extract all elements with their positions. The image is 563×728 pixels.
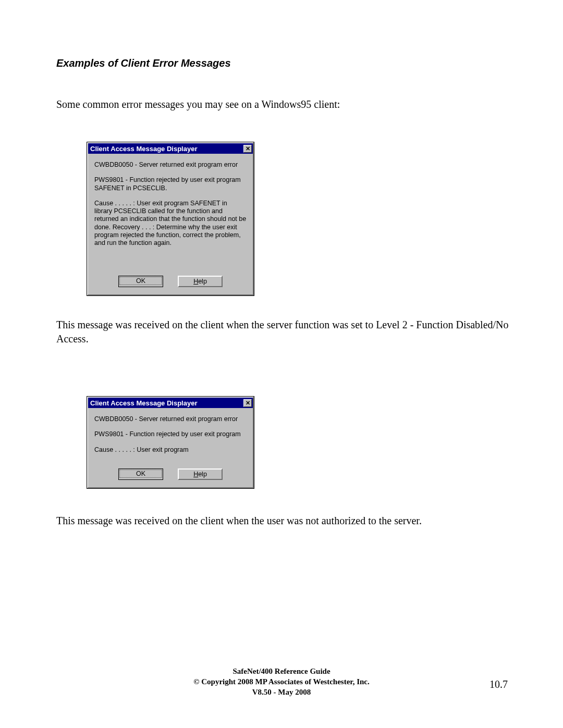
error-dialog-1: Client Access Message Displayer ✕ CWBDB0… [87,142,254,296]
dialog1-title: Client Access Message Displayer [90,145,243,153]
intro-paragraph: Some common error messages you may see o… [56,97,511,112]
dialog1-message-line1: CWBDB0050 - Server returned exit program… [94,161,247,169]
page-footer: SafeNet/400 Reference Guide Copyright 20… [0,666,563,698]
page-number: 10.7 [489,678,508,690]
error-dialog-2: Client Access Message Displayer ✕ CWBDB0… [87,396,254,489]
dialog2-message-line3: Cause . . . . . : User exit program [94,446,247,454]
footer-line-3: V8.50 - May 2008 [193,687,369,697]
ok-button[interactable]: OK [118,468,163,480]
dialog2-message-line2: PWS9801 - Function rejected by user exit… [94,430,247,438]
dialog1-message-line3: Cause . . . . . : User exit program SAFE… [94,200,247,248]
close-icon[interactable]: ✕ [243,145,252,153]
footer-line-1: SafeNet/400 Reference Guide [193,666,369,676]
dialog1-message-line2: PWS9801 - Function rejected by user exit… [94,176,247,192]
close-icon[interactable]: ✕ [243,399,252,407]
help-button[interactable]: Help [178,276,223,287]
help-button[interactable]: Help [178,468,223,480]
caption-1: This message was received on the client … [56,318,511,346]
dialog2-message-line1: CWBDB0050 - Server returned exit program… [94,415,247,423]
footer-line-2: Copyright 2008 MP Associates of Westches… [193,676,369,687]
dialog2-title: Client Access Message Displayer [90,399,243,407]
ok-button[interactable]: OK [118,276,163,287]
dialog2-titlebar: Client Access Message Displayer ✕ [88,398,253,408]
caption-2: This message was received on the client … [56,514,511,528]
section-heading: Examples of Client Error Messages [56,57,511,69]
dialog1-titlebar: Client Access Message Displayer ✕ [88,143,253,154]
